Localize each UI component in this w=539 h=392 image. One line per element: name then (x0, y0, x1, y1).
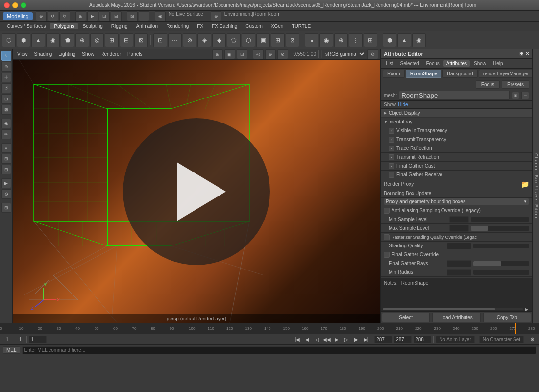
soft-select[interactable]: ◉ (1, 119, 11, 128)
menu-modeling[interactable]: Modeling (3, 12, 33, 20)
shelf-icon-9[interactable]: ⊟ (120, 33, 133, 47)
mel-label[interactable]: MEL (3, 346, 20, 354)
scroll-bar[interactable]: ▶ (381, 307, 532, 311)
shelf-tab-turtle[interactable]: TURTLE (288, 23, 315, 29)
checkbox-trace-reflection[interactable] (389, 146, 394, 151)
tb-icon-7[interactable]: ⊟ (111, 11, 122, 21)
folder-icon[interactable]: 📁 (521, 180, 529, 188)
mel-input[interactable] (22, 346, 536, 354)
vp-lighting-menu[interactable]: Lighting (56, 51, 78, 57)
shelf-icon-20[interactable]: ⊠ (286, 33, 299, 47)
shelf-icon-10[interactable]: ⊠ (134, 33, 148, 47)
checkbox-rasterizer[interactable] (384, 234, 390, 240)
vp-settings[interactable]: ⚙ (368, 49, 378, 59)
mesh-value-input[interactable]: RoomShape (399, 91, 510, 100)
ae-tab-focus[interactable]: Focus (423, 60, 442, 67)
vp-shading-menu[interactable]: Shading (32, 51, 55, 57)
shelf-icon-26[interactable]: ⬢ (383, 33, 396, 47)
shelf-icon-23[interactable]: ⊕ (334, 33, 348, 47)
node-tab-roomshape[interactable]: RoomShape (406, 70, 442, 78)
shelf-icon-15[interactable]: ◆ (212, 33, 226, 47)
shelf-icon-4[interactable]: ◉ (46, 33, 60, 47)
shelf-icon-2[interactable]: ⬢ (17, 33, 30, 47)
tb-icon-3[interactable]: ↻ (59, 11, 70, 21)
checkbox-final-gather-receive[interactable] (389, 172, 394, 178)
min-sample-input[interactable] (449, 216, 469, 223)
max-sample-input[interactable] (449, 225, 469, 232)
vp-tb-5[interactable]: ⊕ (265, 49, 276, 59)
frame-range-input[interactable] (29, 336, 47, 343)
copy-tab-button[interactable]: Copy Tab (483, 313, 531, 322)
move-tool[interactable]: ✛ (1, 73, 11, 82)
tb-env-icon[interactable]: ⊕ (211, 11, 221, 21)
ae-tab-attributes[interactable]: Attributes (443, 60, 470, 67)
frame-total-input[interactable]: 287 (394, 336, 412, 343)
hypershade[interactable]: ⊞ (1, 154, 11, 164)
tb-snap-icon[interactable]: ⊠ (127, 11, 138, 21)
shelf-icon-12[interactable]: ⋯ (168, 33, 182, 47)
checkbox-visible-transparency[interactable] (389, 128, 394, 134)
shelf-icon-24[interactable]: ⋮ (349, 33, 363, 47)
maximize-button[interactable] (21, 2, 26, 8)
attr-scroll-area[interactable]: ▶ Object Display ▼ mental ray Visible In… (381, 109, 532, 278)
play-button-overlay[interactable] (123, 118, 270, 265)
vp-view-menu[interactable]: View (15, 51, 30, 57)
vp-tb-2[interactable]: ▣ (224, 49, 235, 59)
checkbox-transmit-transparency[interactable] (389, 137, 394, 143)
timeline-numbers[interactable]: 0 10 20 30 40 50 60 70 80 90 100 110 120… (0, 323, 539, 334)
shelf-tab-fx[interactable]: FX (193, 23, 207, 29)
shelf-icon-22[interactable]: ◉ (319, 33, 333, 47)
node-tab-background[interactable]: Background (442, 70, 477, 78)
tb-icon-6[interactable]: ⊡ (99, 11, 110, 21)
shelf-tab-fxcaching[interactable]: FX Caching (208, 23, 241, 29)
shelf-icon-6[interactable]: ⊕ (75, 33, 89, 47)
uv-editor[interactable]: ⊟ (1, 165, 11, 174)
vp-tb-3[interactable]: ⊡ (237, 49, 247, 59)
shelf-tab-animation[interactable]: Animation (132, 23, 162, 29)
shelf-icon-1[interactable]: ⬡ (2, 33, 16, 47)
shelf-icon-8[interactable]: ⊞ (105, 33, 119, 47)
shelf-icon-27[interactable]: ▲ (397, 33, 411, 47)
focus-button[interactable]: Focus (476, 80, 500, 89)
close-button[interactable] (4, 2, 10, 8)
tb-snap-icon2[interactable]: ⋯ (139, 11, 149, 21)
checkbox-final-gather-cast[interactable] (389, 163, 394, 169)
shelf-icon-19[interactable]: ⊞ (271, 33, 285, 47)
select-tool[interactable]: ↖ (1, 51, 11, 61)
ae-tab-selected[interactable]: Selected (397, 60, 422, 67)
next-keyframe-btn[interactable]: ▷ (343, 336, 350, 343)
tb-icon-1[interactable]: ⊕ (36, 11, 47, 21)
checkbox-transmit-refraction[interactable] (389, 154, 394, 160)
vp-show-menu[interactable]: Show (79, 51, 97, 57)
shelf-icon-14[interactable]: ◈ (197, 33, 211, 47)
scale-tool[interactable]: ⊡ (1, 94, 11, 104)
transform-tool[interactable]: ⊠ (1, 105, 11, 115)
ae-tab-list[interactable]: List (383, 60, 396, 67)
shelf-icon-7[interactable]: ◎ (90, 33, 104, 47)
current-frame-input[interactable]: 287 (374, 336, 392, 343)
shelf-tab-rigging[interactable]: Rigging (107, 23, 132, 29)
shelf-tab-sculpting[interactable]: Sculpting (79, 23, 107, 29)
presets-button[interactable]: Presets (502, 80, 529, 89)
node-tab-room[interactable]: Room (383, 70, 405, 78)
bounding-box-select[interactable]: Proxy and geometry bounding boxes ▼ (384, 198, 529, 205)
tb-icon-4[interactable]: ⊞ (75, 11, 86, 21)
shelf-icon-21[interactable]: ⬥ (305, 33, 318, 47)
outliner[interactable]: ≡ (1, 143, 11, 153)
attr-editor-float-btn[interactable]: ⊞ (519, 51, 523, 56)
vp-tb-6[interactable]: ⊗ (277, 49, 288, 59)
shelf-icon-11[interactable]: ⊡ (153, 33, 167, 47)
go-to-start-btn[interactable]: |◀ (294, 336, 301, 343)
min-radius-input[interactable] (447, 269, 471, 276)
shelf-icon-25[interactable]: ⊞ (364, 33, 377, 47)
render-settings[interactable]: ⚙ (1, 189, 11, 199)
shelf-icon-17[interactable]: ⬡ (242, 33, 255, 47)
prev-frame-btn[interactable]: ◀ (303, 336, 311, 343)
load-attributes-button[interactable]: Load Attributes (432, 313, 480, 322)
attr-editor-close-btn[interactable]: ✕ (525, 51, 529, 56)
tb-icon-2[interactable]: ↺ (48, 11, 58, 21)
settings-btn[interactable]: ⚙ (528, 336, 536, 343)
max-sample-slider[interactable] (471, 226, 530, 231)
select-button[interactable]: Select (382, 313, 430, 322)
minimize-button[interactable] (12, 2, 18, 8)
